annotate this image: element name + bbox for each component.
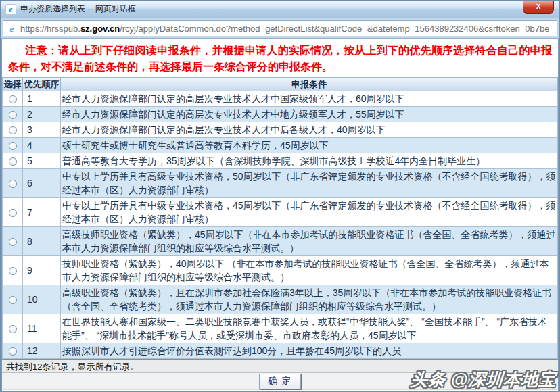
radio-button[interactable] [9, 209, 17, 217]
priority-order: 5 [23, 153, 61, 169]
condition-text: 在世界技能大赛和国家级一、二类职业技能竞赛中获奖人员，或获得“中华技能大奖”、 … [61, 314, 558, 343]
header-condition: 申报条件 [61, 78, 558, 91]
header-select: 选择 [3, 78, 23, 91]
condition-text: 技师职业资格（紧缺类），40周岁以下 （非在本市参加考试的技能职业资格证书（含全… [61, 256, 558, 285]
condition-text: 按照深圳市人才引进综合评价分值表测评达到100分，且年龄在45周岁以下的人员 [61, 343, 558, 359]
url-domain: sz.gov.cn [80, 24, 120, 34]
ie-icon-small: e [7, 24, 17, 34]
table-row: 10 高级职业资格（紧缺类），且在深圳市参加社会保险满3年以上，35周岁以下（非… [3, 285, 558, 314]
priority-order: 3 [23, 122, 61, 138]
priority-order: 7 [23, 198, 61, 227]
radio-button[interactable] [9, 142, 17, 150]
ie-icon: e [5, 4, 16, 15]
table-row: 2 经市人力资源保障部门认定的高层次专业技术人才中地方级领军人才，55周岁以下 [3, 107, 558, 122]
condition-text: 经市人力资源保障部门认定的高层次专业技术人才中国家级领军人才，60周岁以下 [61, 91, 558, 107]
priority-order: 12 [23, 343, 61, 359]
priority-order: 9 [23, 256, 61, 285]
button-bar: 确 定 [2, 373, 558, 390]
dialog-content: 注意：请从上到下仔细阅读申报条件，并根据申请人的实际情况，按从上到下的优先顺序选… [1, 39, 559, 391]
table-row: 9 技师职业资格（紧缺类），40周岁以下 （非在本市参加考试的技能职业资格证书（… [3, 256, 558, 285]
priority-order: 1 [23, 91, 61, 107]
condition-text: 硕士研究生或博士研究生或普通高等教育本科学历，45周岁以下 [61, 138, 558, 153]
dialog-title: 申办资质选择列表 -- 网页对话框 [20, 3, 136, 15]
condition-text: 高级职业资格（紧缺类），且在深圳市参加社会保险满3年以上，35周岁以下（非在本市… [61, 285, 558, 314]
condition-text: 中专以上学历并具有高级专业技术资格，50周岁以下（非广东省评定颁发的专业技术资格… [61, 169, 558, 198]
priority-order: 4 [23, 138, 61, 153]
radio-button[interactable] [9, 180, 17, 188]
table-header-row: 选择 优先顺序 申报条件 [3, 78, 558, 91]
conditions-table: 选择 优先顺序 申报条件 1 经市人力资源保障部门认定的高层次专业技术人才中国家… [2, 77, 558, 359]
condition-text: 高级技师职业资格（紧缺类），45周岁以下（非在本市参加考试的技能职业资格证书（含… [61, 227, 558, 256]
records-summary: 共找到12条记录，显示所有记录。 [2, 359, 558, 373]
confirm-button[interactable]: 确 定 [259, 374, 302, 389]
radio-button[interactable] [9, 157, 17, 166]
header-priority-order: 优先顺序 [23, 78, 61, 91]
priority-order: 2 [23, 107, 61, 122]
condition-text: 经市人力资源保障部门认定的高层次专业技术人才中地方级领军人才，55周岁以下 [61, 107, 558, 122]
table-row: 3 经市人力资源保障部门认定的高层次专业技术人才中后备级人才，40周岁以下 [3, 122, 558, 138]
radio-button[interactable] [9, 325, 17, 333]
priority-order: 10 [23, 285, 61, 314]
priority-order: 11 [23, 314, 61, 343]
condition-text: 普通高等教育大专学历，35周岁以下（含深圳技师学院、深圳市高级技工学校近4年内全… [61, 153, 558, 169]
title-bar: e 申办资质选择列表 -- 网页对话框 x [1, 1, 559, 18]
radio-button[interactable] [9, 126, 17, 134]
radio-button[interactable] [9, 238, 17, 246]
table-row: 4 硕士研究生或博士研究生或普通高等教育本科学历，45周岁以下 [3, 138, 558, 153]
url-prefix: https://hrsspub. [20, 24, 80, 34]
url-rest: /rcyj/applyDataCommon.do?method=getDirec… [120, 24, 549, 34]
radio-button[interactable] [9, 296, 17, 304]
table-row: 11 在世界技能大赛和国家级一、二类职业技能竞赛中获奖人员，或获得“中华技能大奖… [3, 314, 558, 343]
radio-button[interactable] [9, 347, 17, 356]
priority-order: 6 [23, 169, 61, 198]
radio-button[interactable] [9, 111, 17, 119]
table-row: 8 高级技师职业资格（紧缺类），45周岁以下（非在本市参加考试的技能职业资格证书… [3, 227, 558, 256]
address-bar: e https://hrsspub.sz.gov.cn/rcyj/applyDa… [1, 18, 559, 39]
table-row: 7 中专以上学历并具有中级专业技术资格，45周岁以下（非广东省评定颁发的专业技术… [3, 198, 558, 227]
dialog-window: e 申办资质选择列表 -- 网页对话框 x e https://hrsspub.… [0, 0, 560, 392]
condition-text: 中专以上学历并具有中级专业技术资格，45周岁以下（非广东省评定颁发的专业技术资格… [61, 198, 558, 227]
table-row: 6 中专以上学历并具有高级专业技术资格，50周岁以下（非广东省评定颁发的专业技术… [3, 169, 558, 198]
condition-text: 经市人力资源保障部门认定的高层次专业技术人才中后备级人才，40周岁以下 [61, 122, 558, 138]
url-field[interactable]: e https://hrsspub.sz.gov.cn/rcyj/applyDa… [3, 20, 557, 36]
table-row: 5 普通高等教育大专学历，35周岁以下（含深圳技师学院、深圳市高级技工学校近4年… [3, 153, 558, 169]
priority-order: 8 [23, 227, 61, 256]
radio-button[interactable] [9, 95, 17, 103]
notice-text: 注意：请从上到下仔细阅读申报条件，并根据申请人的实际情况，按从上到下的优先顺序选… [2, 39, 558, 77]
table-row: 12 按照深圳市人才引进综合评价分值表测评达到100分，且年龄在45周岁以下的人… [3, 343, 558, 359]
radio-button[interactable] [9, 267, 17, 275]
table-row: 1 经市人力资源保障部门认定的高层次专业技术人才中国家级领军人才，60周岁以下 [3, 91, 558, 107]
close-icon[interactable]: x [523, 1, 554, 14]
